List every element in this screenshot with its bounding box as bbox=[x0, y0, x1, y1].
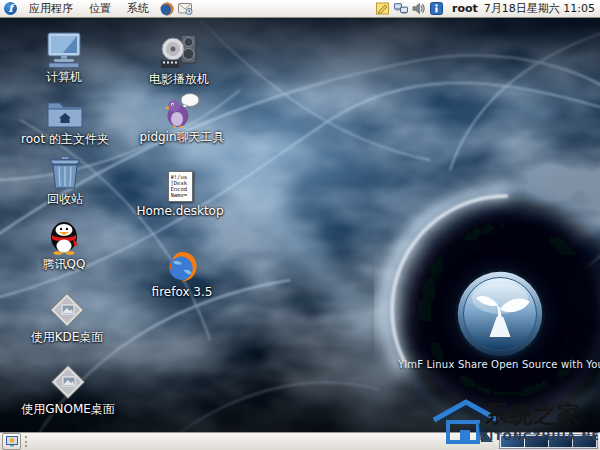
username-label: root bbox=[452, 2, 478, 15]
notes-icon[interactable] bbox=[376, 2, 390, 16]
wallpaper-slogan: YlmF Linux Share Open Source with You bbox=[398, 359, 568, 370]
desktop-icon-home-folder[interactable]: root 的主文件夹 bbox=[22, 94, 108, 146]
desktop-icon-home-desktop-file[interactable]: #!/us [Desk Encod Name= Home.desktop bbox=[137, 170, 223, 218]
desktop-icon-label: 计算机 bbox=[46, 71, 82, 84]
menu-system[interactable]: 系统 bbox=[119, 0, 157, 17]
movie-player-icon bbox=[159, 34, 199, 70]
show-desktop-icon bbox=[6, 436, 18, 447]
ylmf-logo-badge bbox=[452, 266, 548, 362]
firefox-launcher-icon[interactable] bbox=[159, 1, 174, 16]
menu-applications[interactable]: 应用程序 bbox=[21, 0, 81, 17]
desktop-icon-label: pidgin聊天工具 bbox=[139, 131, 224, 144]
trash-icon bbox=[47, 154, 83, 190]
firefox-icon bbox=[165, 247, 199, 283]
desktop-icon-label: root 的主文件夹 bbox=[21, 133, 109, 146]
desktop-file-icon: #!/us [Desk Encod Name= bbox=[168, 170, 193, 202]
clock-applet[interactable]: 7月18日星期六 11:05 bbox=[484, 1, 595, 16]
home-folder-icon bbox=[46, 94, 84, 130]
shell-script-icon bbox=[49, 292, 85, 328]
notification-info-icon[interactable] bbox=[430, 2, 444, 16]
watermark-title: 系统之家 bbox=[485, 402, 581, 426]
desktop-icon-trash[interactable]: 回收站 bbox=[22, 154, 108, 206]
xitongzhijia-watermark: 系统之家 XITONGZHIJIA.NET bbox=[425, 394, 600, 448]
desktop-icon-firefox[interactable]: firefox 3.5 bbox=[139, 247, 225, 299]
desktop-icon-label: Home.desktop bbox=[136, 205, 223, 218]
desktop-icon-label: 使用KDE桌面 bbox=[31, 331, 104, 344]
desktop-icon-label: 腾讯QQ bbox=[43, 258, 86, 271]
network-icon[interactable] bbox=[394, 2, 408, 16]
system-tray bbox=[376, 2, 444, 16]
desktop-icon-label: 电影播放机 bbox=[149, 73, 209, 86]
evolution-mail-icon[interactable] bbox=[178, 1, 193, 16]
desktop-icon-pidgin[interactable]: pidgin聊天工具 bbox=[139, 92, 225, 144]
desktop-icon-movie-player[interactable]: 电影播放机 bbox=[136, 34, 222, 86]
computer-icon bbox=[45, 32, 83, 68]
desktop-icon-qq[interactable]: 腾讯QQ bbox=[21, 219, 107, 271]
ylmf-distro-logo-icon[interactable]: f bbox=[4, 2, 17, 15]
pidgin-icon bbox=[164, 92, 200, 128]
watermark-url: XITONGZHIJIA.NET bbox=[480, 430, 600, 442]
top-panel: f 应用程序 位置 系统 bbox=[0, 0, 600, 18]
volume-icon[interactable] bbox=[412, 2, 426, 16]
show-desktop-button[interactable] bbox=[2, 433, 21, 450]
desktop-icon-computer[interactable]: 计算机 bbox=[21, 32, 107, 84]
desktop-icon-kde-session[interactable]: 使用KDE桌面 bbox=[24, 292, 110, 344]
desktop-icon-gnome-session[interactable]: 使用GNOME桌面 bbox=[25, 364, 111, 416]
desktop-icon-label: firefox 3.5 bbox=[152, 286, 213, 299]
desktop-icon-label: 使用GNOME桌面 bbox=[21, 403, 115, 416]
desktop-icon-label: 回收站 bbox=[47, 193, 83, 206]
qq-icon bbox=[45, 219, 83, 255]
menu-places[interactable]: 位置 bbox=[81, 0, 119, 17]
shell-script-icon bbox=[50, 364, 86, 400]
panel-handle[interactable] bbox=[25, 436, 30, 447]
